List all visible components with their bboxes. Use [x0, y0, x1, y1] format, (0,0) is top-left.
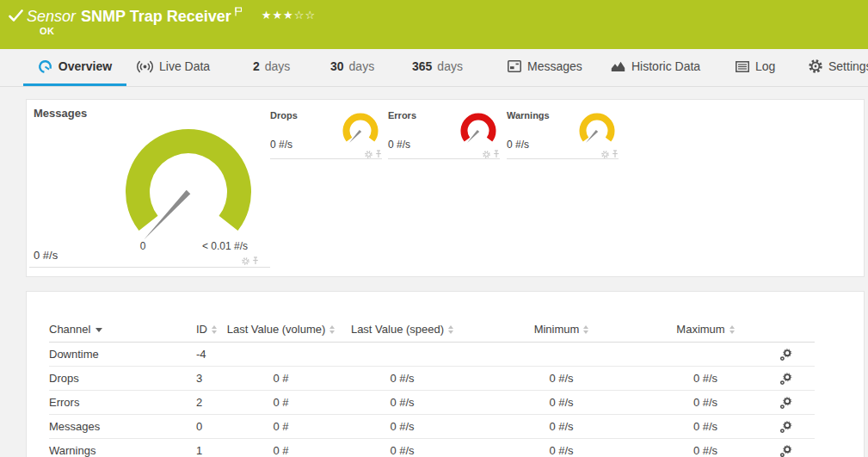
gauge-settings-gear-icon[interactable] [601, 151, 609, 158]
last-value-speed: 0 #/s [336, 367, 469, 391]
tab-bar: Overview Live Data 2 days 30 days 365 da… [0, 49, 868, 87]
tab-label: Messages [527, 59, 582, 73]
column-header-minimum[interactable]: Minimum [469, 316, 654, 343]
tab-2-days[interactable]: 2 days [243, 49, 300, 86]
pin-icon[interactable] [493, 150, 500, 158]
primary-gauge-actions [242, 256, 259, 265]
last-value-speed: 0 #/s [336, 415, 469, 439]
last-value-volume: 0 # [226, 415, 336, 439]
channel-settings-gears-icon[interactable] [779, 397, 792, 410]
gauge-label: Errors [388, 110, 416, 120]
tab-label: Settings [828, 59, 868, 73]
tab-label: days [265, 59, 291, 73]
column-header-actions [757, 316, 815, 343]
tab-messages[interactable]: Messages [497, 49, 593, 86]
primary-gauge [115, 123, 262, 252]
tab-label: Live Data [159, 59, 210, 73]
tab-label: Log [755, 59, 775, 73]
maximum-value: 0 #/s [654, 391, 757, 415]
gauge-actions [483, 150, 500, 158]
gauge-value: 0 #/s [270, 139, 292, 151]
flag-icon[interactable] [235, 1, 243, 22]
channel-settings-gears-icon[interactable] [779, 445, 792, 457]
table-header-row: Channel ID Last Value (volume) Last Valu… [49, 316, 815, 343]
tab-365-days[interactable]: 365 days [402, 49, 473, 86]
sort-icon [212, 325, 217, 334]
sort-desc-icon [95, 328, 102, 332]
divider [29, 267, 270, 268]
pin-icon[interactable] [612, 150, 619, 158]
channel-name[interactable]: Errors [49, 391, 196, 415]
minimum-value [469, 343, 654, 367]
sort-icon [583, 325, 588, 334]
channel-name[interactable]: Drops [49, 367, 196, 391]
last-value-volume: 0 # [226, 367, 336, 391]
minimum-value: 0 #/s [469, 367, 654, 391]
gauge-settings-gear-icon[interactable] [483, 151, 490, 158]
table-row: Messages 0 0 # 0 #/s 0 #/s 0 #/s [49, 415, 815, 439]
last-value-volume: 0 # [226, 391, 336, 415]
last-value-volume [226, 343, 336, 367]
log-icon [736, 61, 749, 72]
channel-id: 0 [196, 415, 226, 439]
channel-settings-gears-icon[interactable] [779, 421, 792, 434]
last-value-speed: 0 #/s [336, 391, 469, 415]
status-ok-check-icon [9, 9, 23, 26]
maximum-value [654, 343, 757, 367]
column-header-last-value-volume[interactable]: Last Value (volume) [226, 316, 336, 343]
gauge-icon [38, 59, 52, 74]
tab-30-days[interactable]: 30 days [320, 49, 385, 86]
minimum-value: 0 #/s [469, 391, 654, 415]
tab-log[interactable]: Settings Log [725, 49, 785, 86]
channel-table: Channel ID Last Value (volume) Last Valu… [49, 316, 815, 457]
last-value-speed [336, 343, 469, 367]
tab-live-data[interactable]: Live Data [126, 49, 220, 86]
column-header-id[interactable]: ID [196, 316, 226, 343]
gauge-actions [365, 150, 382, 158]
warnings-gauge [577, 112, 617, 151]
table-row: Downtime -4 [49, 343, 815, 367]
primary-gauge-arc [126, 129, 251, 231]
channel-id: 3 [196, 367, 226, 391]
primary-gauge-value: 0 #/s [34, 249, 58, 262]
channel-settings-cell [757, 391, 815, 415]
channel-settings-gears-icon[interactable] [779, 373, 792, 386]
channel-settings-gears-icon[interactable] [779, 349, 792, 361]
column-header-maximum[interactable]: Maximum [654, 316, 757, 343]
gauge-label: Drops [270, 110, 298, 120]
tab-number: 30 [330, 59, 344, 73]
table-row: Warnings 1 0 # 0 #/s 0 #/s 0 #/s [49, 439, 815, 457]
page-title: SNMP Trap Receiver [81, 8, 231, 25]
channel-name[interactable]: Downtime [49, 343, 196, 367]
gauge-actions [601, 150, 619, 158]
tab-settings[interactable]: Settings [798, 49, 868, 86]
pin-icon[interactable] [375, 150, 382, 158]
sort-icon [448, 325, 453, 334]
minimum-value: 0 #/s [469, 439, 654, 457]
sort-icon [329, 325, 335, 334]
rating-stars[interactable]: ★★★☆☆ [262, 9, 316, 22]
gauge-settings-gear-icon[interactable] [365, 151, 372, 158]
gauge-arc [580, 114, 615, 142]
tab-label: days [349, 59, 375, 73]
channel-name[interactable]: Messages [49, 415, 196, 439]
column-header-channel[interactable]: Channel [49, 316, 196, 343]
pin-icon[interactable] [252, 256, 259, 265]
channel-id: 1 [196, 439, 226, 457]
tab-label: days [437, 59, 463, 73]
tab-overview[interactable]: Overview [23, 49, 126, 86]
gauge-value: 0 #/s [388, 139, 410, 151]
gauge-cell-errors: Errors 0 #/s [388, 110, 500, 159]
broadcast-icon [137, 60, 153, 73]
tab-number: 2 [253, 59, 260, 73]
channel-name[interactable]: Warnings [49, 439, 196, 457]
object-type-label: Sensor [27, 8, 76, 25]
sensor-header: SensorSNMP Trap Receiver★★★☆☆ OK [0, 0, 868, 49]
channel-table-panel: Channel ID Last Value (volume) Last Valu… [26, 291, 865, 457]
tab-historic-data[interactable]: Historic Data [600, 49, 711, 86]
maximum-value: 0 #/s [654, 415, 757, 439]
tab-number: 365 [412, 59, 432, 73]
column-header-last-value-speed[interactable]: Last Value (speed) [336, 316, 469, 343]
gauge-settings-gear-icon[interactable] [242, 257, 249, 265]
gauge-value: 0 #/s [507, 139, 529, 151]
